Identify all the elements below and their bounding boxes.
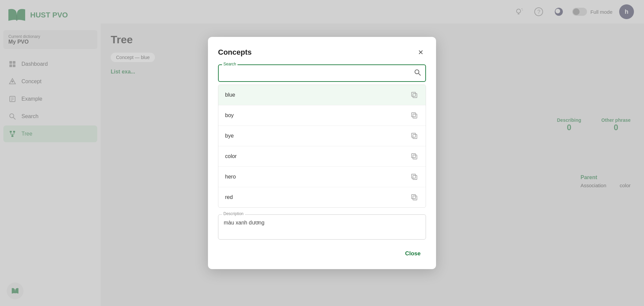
modal-footer: Close xyxy=(218,248,426,260)
copy-icon[interactable] xyxy=(410,111,419,120)
svg-rect-39 xyxy=(412,174,416,178)
search-input[interactable] xyxy=(218,64,426,82)
svg-rect-32 xyxy=(413,114,417,118)
description-textarea[interactable] xyxy=(218,214,426,240)
concepts-modal: Concepts ✕ Search blue boy xyxy=(208,37,436,269)
svg-point-28 xyxy=(415,70,419,74)
search-field-wrap: Search xyxy=(218,64,426,82)
svg-rect-37 xyxy=(412,154,416,158)
copy-icon[interactable] xyxy=(410,152,419,161)
concept-list-item[interactable]: hero xyxy=(218,167,426,187)
svg-line-29 xyxy=(419,73,421,75)
concept-name: color xyxy=(225,153,237,159)
concept-name: boy xyxy=(225,112,234,118)
svg-rect-41 xyxy=(412,195,416,199)
concept-name: red xyxy=(225,194,233,200)
concepts-list: blue boy bye color xyxy=(218,85,426,208)
svg-rect-38 xyxy=(413,175,417,180)
description-wrap: Description xyxy=(218,214,426,241)
search-field-label: Search xyxy=(222,62,237,66)
search-icon[interactable] xyxy=(414,69,421,78)
svg-rect-36 xyxy=(413,155,417,159)
svg-rect-34 xyxy=(413,135,417,139)
description-label: Description xyxy=(222,211,245,216)
svg-rect-33 xyxy=(412,113,416,117)
concept-name: blue xyxy=(225,92,235,98)
concept-name: hero xyxy=(225,174,236,180)
copy-icon[interactable] xyxy=(410,131,419,141)
modal-header: Concepts ✕ xyxy=(218,47,426,58)
close-button[interactable]: Close xyxy=(400,248,426,260)
copy-icon[interactable] xyxy=(410,90,419,100)
concept-list-item[interactable]: red xyxy=(218,187,426,207)
modal-close-x-btn[interactable]: ✕ xyxy=(415,47,426,58)
concept-list-item[interactable]: boy xyxy=(218,105,426,126)
modal-title: Concepts xyxy=(218,48,252,57)
concept-list-item[interactable]: blue xyxy=(218,85,426,105)
svg-rect-31 xyxy=(412,92,416,96)
concept-name: bye xyxy=(225,133,234,139)
svg-rect-40 xyxy=(413,196,417,200)
svg-rect-30 xyxy=(413,94,417,98)
copy-icon[interactable] xyxy=(410,172,419,182)
copy-icon[interactable] xyxy=(410,193,419,202)
concept-list-item[interactable]: bye xyxy=(218,126,426,146)
concept-list-item[interactable]: color xyxy=(218,146,426,167)
svg-rect-35 xyxy=(412,133,416,137)
